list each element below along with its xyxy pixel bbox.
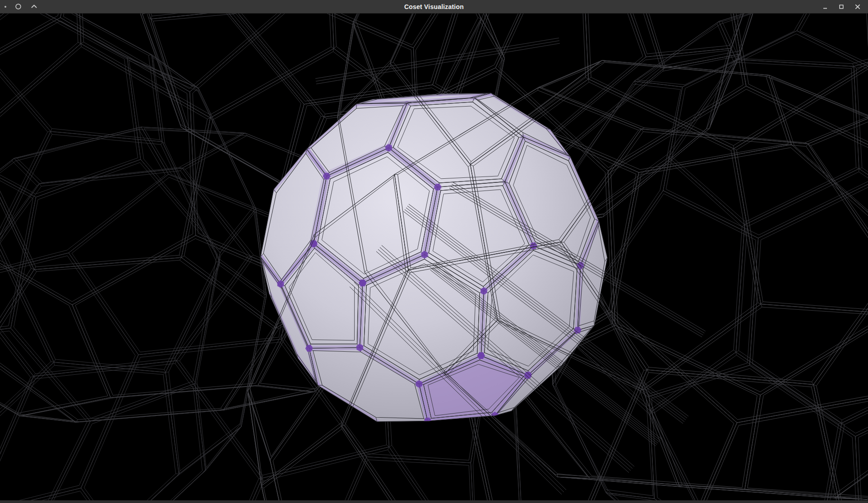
close-button[interactable] [852, 1, 863, 12]
workspace-circle-icon[interactable] [14, 3, 22, 11]
minimize-button[interactable] [819, 1, 831, 12]
chevron-up-icon[interactable] [30, 3, 38, 11]
titlebar-left-icons [0, 3, 38, 11]
scene-canvas[interactable] [0, 14, 868, 500]
window-title: Coset Visualization [0, 0, 868, 13]
viewport-3d[interactable] [0, 14, 868, 500]
titlebar[interactable]: Coset Visualization [0, 0, 868, 14]
window-controls [819, 1, 868, 12]
maximize-button[interactable] [836, 1, 847, 12]
window-bottom-edge [0, 500, 868, 503]
status-dot-icon [5, 6, 6, 8]
app-window: Coset Visualization [0, 0, 868, 503]
